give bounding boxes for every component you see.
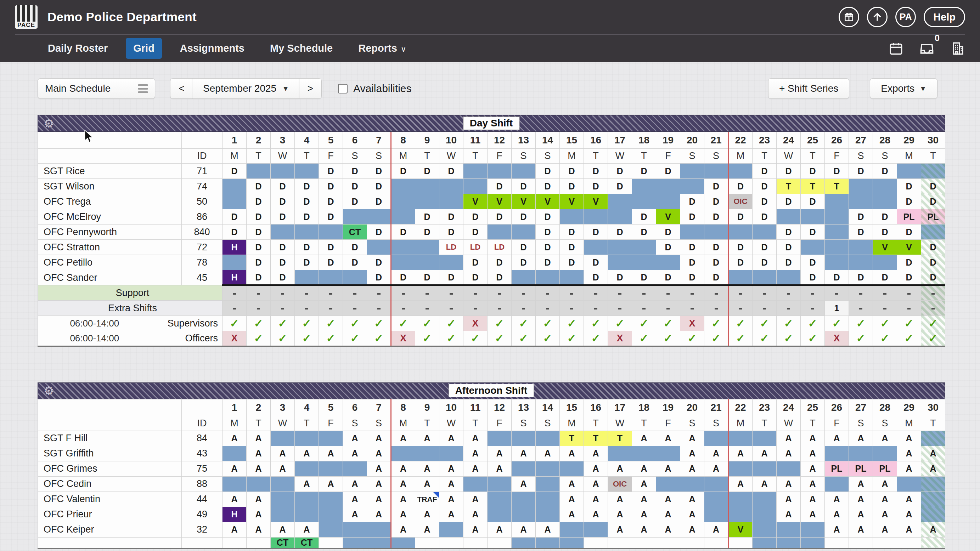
shift-cell[interactable]: A <box>776 476 801 492</box>
shift-cell[interactable]: A <box>391 492 415 507</box>
shift-cell[interactable]: A <box>921 522 945 537</box>
officer-name[interactable]: OFC McElroy <box>38 209 182 224</box>
shift-cell[interactable]: D <box>776 240 801 255</box>
shift-cell[interactable]: A <box>656 461 680 476</box>
shift-cell[interactable] <box>271 507 295 522</box>
nav-tab-grid[interactable]: Grid <box>126 38 162 59</box>
shift-cell[interactable]: A <box>849 492 873 507</box>
shift-cell[interactable]: A <box>247 492 271 507</box>
shift-cell[interactable] <box>921 492 945 507</box>
officer-name[interactable]: SGT Rice <box>38 164 182 179</box>
shift-cell[interactable]: A <box>873 476 897 492</box>
shift-cell[interactable]: OIC <box>608 476 632 492</box>
date-header[interactable]: 22 <box>729 399 752 416</box>
pace-logo[interactable]: PACE <box>15 5 38 29</box>
shift-cell[interactable] <box>319 286 343 301</box>
shift-cell[interactable]: A <box>343 507 367 522</box>
shift-cell[interactable] <box>487 476 512 492</box>
shift-cell[interactable]: D <box>223 164 247 179</box>
shift-cell[interactable] <box>729 537 752 548</box>
date-header[interactable]: 11 <box>463 399 487 416</box>
shift-cell[interactable] <box>752 430 776 446</box>
shift-cell[interactable]: D <box>801 224 825 240</box>
shift-cell[interactable]: A <box>463 430 487 446</box>
shift-cell[interactable]: A <box>801 446 825 461</box>
date-header[interactable]: 4 <box>295 399 319 416</box>
shift-cell[interactable] <box>536 286 560 301</box>
shift-cell[interactable] <box>849 179 873 194</box>
shift-cell[interactable]: A <box>776 492 801 507</box>
shift-cell[interactable]: A <box>463 461 487 476</box>
shift-cell[interactable]: A <box>897 446 921 461</box>
shift-cell[interactable]: D <box>897 179 921 194</box>
shift-cell[interactable]: D <box>825 270 849 286</box>
shift-cell[interactable] <box>247 537 271 548</box>
shift-cell[interactable]: A <box>584 461 608 476</box>
shift-cell[interactable]: A <box>295 522 319 537</box>
date-header[interactable]: 5 <box>319 132 343 149</box>
shift-cell[interactable] <box>391 255 415 270</box>
shift-cell[interactable]: D <box>247 270 271 286</box>
shift-cell[interactable]: D <box>536 209 560 224</box>
shift-cell[interactable] <box>704 286 729 301</box>
shift-cell[interactable]: D <box>776 255 801 270</box>
date-header[interactable]: 3 <box>271 132 295 149</box>
gear-icon[interactable]: ⚙ <box>44 384 54 398</box>
shift-cell[interactable]: D <box>656 224 680 240</box>
shift-cell[interactable]: A <box>247 446 271 461</box>
date-header[interactable]: 25 <box>801 399 825 416</box>
date-header[interactable]: 2 <box>247 399 271 416</box>
officer-name[interactable]: SGT Wilson <box>38 179 182 194</box>
shift-cell[interactable]: A <box>825 522 849 537</box>
shift-cell[interactable] <box>415 301 439 316</box>
shift-cell[interactable]: D <box>247 194 271 209</box>
shift-cell[interactable]: D <box>752 209 776 224</box>
shift-cell[interactable] <box>391 209 415 224</box>
shift-cell[interactable] <box>656 286 680 301</box>
shift-cell[interactable] <box>729 461 752 476</box>
shift-cell[interactable] <box>897 164 921 179</box>
shift-cell[interactable] <box>656 537 680 548</box>
shift-cell[interactable] <box>536 537 560 548</box>
shift-cell[interactable] <box>487 492 512 507</box>
shift-cell[interactable] <box>825 476 849 492</box>
shift-cell[interactable]: H <box>223 240 247 255</box>
shift-cell[interactable]: D <box>271 209 295 224</box>
shift-cell[interactable]: D <box>487 179 512 194</box>
shift-cell[interactable]: D <box>729 179 752 194</box>
shift-cell[interactable]: V <box>584 194 608 209</box>
shift-cell[interactable] <box>752 301 776 316</box>
shift-cell[interactable] <box>487 301 512 316</box>
shift-cell[interactable] <box>295 430 319 446</box>
shift-cell[interactable] <box>608 537 632 548</box>
shift-cell[interactable] <box>656 194 680 209</box>
shift-cell[interactable] <box>656 255 680 270</box>
shift-cell[interactable]: A <box>680 461 704 476</box>
shift-cell[interactable]: A <box>463 507 487 522</box>
shift-cell[interactable] <box>247 476 271 492</box>
shift-cell[interactable]: D <box>271 179 295 194</box>
shift-cell[interactable]: V <box>729 522 752 537</box>
help-button[interactable]: Help <box>924 7 965 27</box>
shift-cell[interactable]: D <box>680 194 704 209</box>
date-header[interactable]: 7 <box>367 132 391 149</box>
shift-cell[interactable]: D <box>391 164 415 179</box>
shift-cell[interactable]: CT <box>295 537 319 548</box>
shift-cell[interactable]: A <box>343 476 367 492</box>
shift-cell[interactable]: D <box>801 255 825 270</box>
shift-cell[interactable] <box>632 255 656 270</box>
shift-cell[interactable]: D <box>271 255 295 270</box>
shift-cell[interactable]: D <box>897 255 921 270</box>
shift-cell[interactable]: D <box>487 255 512 270</box>
shift-cell[interactable]: A <box>271 446 295 461</box>
shift-cell[interactable]: A <box>367 507 391 522</box>
shift-cell[interactable]: A <box>608 461 632 476</box>
shift-cell[interactable] <box>632 286 656 301</box>
shift-cell[interactable]: A <box>415 507 439 522</box>
shift-cell[interactable] <box>608 255 632 270</box>
shift-cell[interactable]: D <box>536 179 560 194</box>
shift-cell[interactable]: D <box>223 224 247 240</box>
shift-cell[interactable] <box>295 461 319 476</box>
shift-cell[interactable]: A <box>752 446 776 461</box>
shift-cell[interactable]: D <box>295 194 319 209</box>
